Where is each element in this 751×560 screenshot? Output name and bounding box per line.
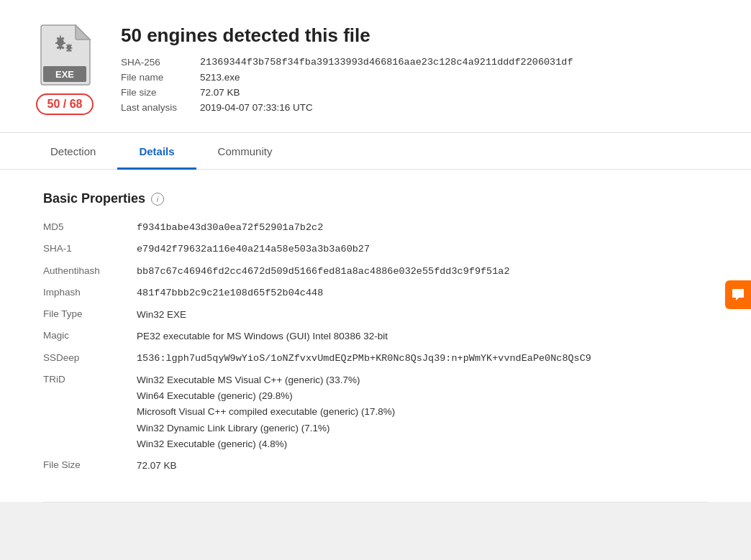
imphash-label: Imphash <box>43 286 137 298</box>
properties-table: MD5 f9341babe43d30a0ea72f52901a7b2c2 SHA… <box>43 221 708 473</box>
side-feedback-icon[interactable] <box>725 280 751 309</box>
magic-value: PE32 executable for MS Windows (GUI) Int… <box>137 329 708 344</box>
filesize-label: File size <box>121 87 200 98</box>
authentihash-value: bb87c67c46946fd2cc4672d509d5166fed81a8ac… <box>137 265 708 279</box>
info-icon[interactable]: i <box>151 193 164 206</box>
sha1-value: e79d42f79632a116e40a214a58e503a3b3a60b27 <box>137 242 708 257</box>
sha256-value: 21369344f3b758f34fba39133993d466816aae23… <box>200 57 722 68</box>
md5-label: MD5 <box>43 221 137 232</box>
trid-value: Win32 Executable MS Visual C++ (generic)… <box>137 373 708 451</box>
trid-item-4: Win32 Dynamic Link Library (generic) (7.… <box>137 421 708 436</box>
filetype-label: File Type <box>43 308 137 319</box>
last-analysis-label: Last analysis <box>121 102 200 113</box>
tabs-section: Detection Details Community <box>0 133 751 170</box>
section-title: Basic Properties i <box>43 191 708 206</box>
tab-detection[interactable]: Detection <box>29 134 117 170</box>
content-divider <box>43 502 708 502</box>
trid-item-1: Win32 Executable MS Visual C++ (generic)… <box>137 373 708 387</box>
detection-badge: 50 / 68 <box>36 93 94 115</box>
filetype-value: Win32 EXE <box>137 308 708 322</box>
filename-label: File name <box>121 72 200 83</box>
file-title: 50 engines detected this file <box>121 24 722 47</box>
trid-label: TRiD <box>43 373 137 385</box>
svg-text:EXE: EXE <box>55 69 74 80</box>
md5-value: f9341babe43d30a0ea72f52901a7b2c2 <box>137 221 708 235</box>
magic-label: Magic <box>43 329 137 341</box>
content-section: Basic Properties i MD5 f9341babe43d30a0e… <box>0 170 751 502</box>
header-section: EXE 50 / 68 50 engines detected this fil… <box>0 0 751 133</box>
sha256-label: SHA-256 <box>121 57 200 68</box>
meta-table: SHA-256 21369344f3b758f34fba39133993d466… <box>121 57 722 113</box>
trid-item-5: Win32 Executable (generic) (4.8%) <box>137 437 708 451</box>
file-icon-wrapper: EXE 50 / 68 <box>29 22 101 115</box>
file-info: 50 engines detected this file SHA-256 21… <box>121 22 722 113</box>
last-analysis-value: 2019-04-07 07:33:16 UTC <box>200 102 722 113</box>
ssdeep-label: SSDeep <box>43 352 137 363</box>
tab-details[interactable]: Details <box>117 134 196 170</box>
feedback-icon-svg <box>731 288 745 302</box>
filesize-value: 72.07 KB <box>200 87 722 98</box>
tab-community[interactable]: Community <box>196 134 294 170</box>
page-wrapper: EXE 50 / 68 50 engines detected this fil… <box>0 0 751 560</box>
sha1-label: SHA-1 <box>43 242 137 254</box>
authentihash-label: Authentihash <box>43 265 137 276</box>
filesize-prop-label: File Size <box>43 459 137 470</box>
imphash-value: 481f47bbb2c9c21e108d65f52b04c448 <box>137 286 708 300</box>
section-title-text: Basic Properties <box>43 191 145 206</box>
filesize-prop-value: 72.07 KB <box>137 459 708 473</box>
file-icon: EXE <box>36 22 94 86</box>
trid-item-3: Microsoft Visual C++ compiled executable… <box>137 405 708 419</box>
ssdeep-value: 1536:lgph7ud5qyW9wYioS/1oNZfvxvUmdEQzPMb… <box>137 352 708 366</box>
trid-item-2: Win64 Executable (generic) (29.8%) <box>137 389 708 403</box>
filename-value: 5213.exe <box>200 72 722 83</box>
